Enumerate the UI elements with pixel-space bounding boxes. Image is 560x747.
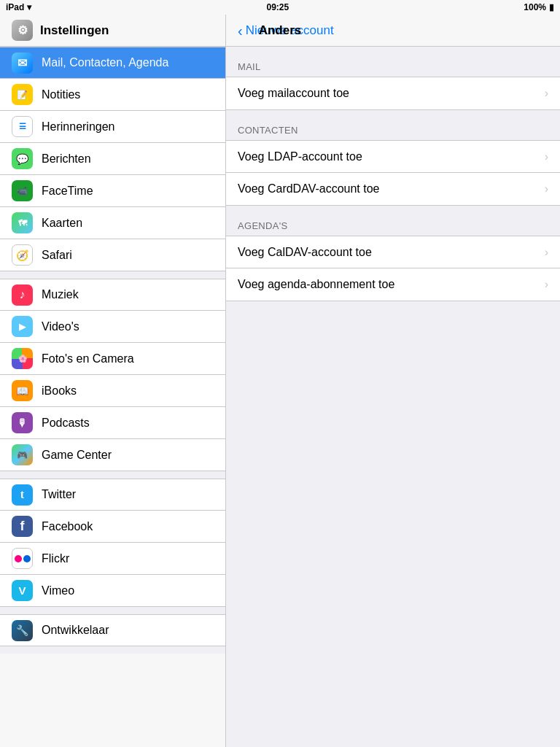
sidebar-item-label: Muziek	[42, 288, 214, 301]
agendas-section-label: AGENDA'S	[226, 220, 560, 236]
add-calendar-sub-label: Voeg agenda-abonnement toe	[238, 278, 545, 291]
mail-section: MAIL Voeg mailaccount toe ›	[226, 61, 560, 110]
sidebar-item-photos[interactable]: 🌸 Foto's en Camera	[0, 343, 225, 375]
sidebar-gap-4	[0, 646, 225, 654]
contacten-section-label: CONTACTEN	[226, 125, 560, 140]
gamecenter-icon: 🎮	[12, 444, 33, 465]
sidebar-item-label: Mail, Contacten, Agenda	[42, 56, 214, 69]
sidebar-item-label: Kaarten	[42, 217, 214, 230]
sidebar-group-3: t Twitter f Facebook Flickr V Vimeo	[0, 479, 225, 607]
contacten-section: CONTACTEN Voeg LDAP-account toe › Voeg C…	[226, 125, 560, 206]
sidebar-item-label: Notities	[42, 88, 214, 101]
notes-icon: 📝	[12, 84, 33, 105]
sidebar-header: ⚙ Instellingen	[0, 15, 225, 47]
right-header: ‹ Nieuwe account Anders	[226, 15, 560, 47]
right-panel-title: Anders	[259, 23, 302, 38]
status-left: iPad ▾	[6, 2, 31, 12]
sidebar-item-label: Herinneringen	[42, 120, 214, 133]
add-ldap-item[interactable]: Voeg LDAP-account toe ›	[226, 141, 560, 173]
sidebar-item-notes[interactable]: 📝 Notities	[0, 79, 225, 111]
sidebar-item-developer[interactable]: 🔧 Ontwikkelaar	[0, 614, 225, 646]
sidebar-item-label: Game Center	[42, 449, 214, 462]
mail-icon: ✉	[12, 53, 33, 74]
sidebar-item-label: Ontwikkelaar	[42, 624, 214, 637]
status-right: 100% ▮	[524, 2, 554, 12]
sidebar-group-1: ✉ Mail, Contacten, Agenda 📝 Notities ☰ H…	[0, 47, 225, 271]
sidebar-item-flickr[interactable]: Flickr	[0, 543, 225, 575]
add-mail-label: Voeg mailaccount toe	[238, 87, 545, 100]
carddav-chevron-icon: ›	[545, 182, 548, 196]
mail-chevron-icon: ›	[545, 87, 548, 100]
vimeo-icon: V	[12, 580, 33, 601]
right-panel: ‹ Nieuwe account Anders MAIL Voeg mailac…	[226, 15, 560, 747]
sidebar-item-videos[interactable]: ▶ Video's	[0, 311, 225, 343]
battery-label: 100%	[524, 2, 546, 12]
sidebar-item-reminders[interactable]: ☰ Herinneringen	[0, 111, 225, 143]
battery-icon: ▮	[549, 2, 554, 12]
sidebar-gap-3	[0, 607, 225, 614]
ldap-chevron-icon: ›	[545, 150, 548, 163]
add-ldap-label: Voeg LDAP-account toe	[238, 150, 545, 163]
mail-section-label: MAIL	[226, 61, 560, 77]
sidebar-item-vimeo[interactable]: V Vimeo	[0, 575, 225, 607]
add-carddav-label: Voeg CardDAV-account toe	[238, 182, 545, 196]
music-icon: ♪	[12, 285, 33, 306]
podcasts-icon: 🎙	[12, 412, 33, 433]
maps-icon: 🗺	[12, 212, 33, 233]
contacten-list-group: Voeg LDAP-account toe › Voeg CardDAV-acc…	[226, 140, 560, 206]
sidebar-item-label: Facebook	[42, 520, 214, 533]
sidebar-item-gamecenter[interactable]: 🎮 Game Center	[0, 439, 225, 471]
sidebar-item-label: Safari	[42, 249, 214, 262]
sidebar-item-mail[interactable]: ✉ Mail, Contacten, Agenda	[0, 47, 225, 79]
wifi-icon: ▾	[27, 2, 31, 12]
back-chevron-icon: ‹	[238, 23, 243, 38]
sidebar-item-label: Berichten	[42, 152, 214, 166]
agendas-section: AGENDA'S Voeg CalDAV-account toe › Voeg …	[226, 220, 560, 301]
add-caldav-item[interactable]: Voeg CalDAV-account toe ›	[226, 236, 560, 268]
facebook-icon: f	[12, 516, 33, 537]
sidebar-item-label: Foto's en Camera	[42, 352, 214, 365]
settings-app-icon: ⚙	[12, 20, 33, 41]
sidebar-item-label: Vimeo	[42, 584, 214, 597]
sidebar-item-twitter[interactable]: t Twitter	[0, 479, 225, 511]
sidebar-item-label: Podcasts	[42, 417, 214, 430]
sidebar-gap-1	[0, 271, 225, 279]
add-carddav-item[interactable]: Voeg CardDAV-account toe ›	[226, 173, 560, 205]
agendas-list-group: Voeg CalDAV-account toe › Voeg agenda-ab…	[226, 236, 560, 301]
safari-icon: 🧭	[12, 244, 33, 266]
flickr-icon	[12, 548, 33, 569]
sidebar-item-label: Twitter	[42, 488, 214, 501]
sidebar-item-messages[interactable]: 💬 Berichten	[0, 143, 225, 175]
sidebar-item-maps[interactable]: 🗺 Kaarten	[0, 207, 225, 239]
sidebar-item-label: iBooks	[42, 384, 214, 398]
sidebar-item-ibooks[interactable]: 📖 iBooks	[0, 375, 225, 407]
sidebar: ⚙ Instellingen ✉ Mail, Contacten, Agenda…	[0, 15, 226, 747]
photos-icon: 🌸	[12, 348, 33, 369]
sidebar-group-4: 🔧 Ontwikkelaar	[0, 614, 225, 646]
messages-icon: 💬	[12, 148, 33, 169]
sidebar-item-label: FaceTime	[42, 185, 214, 198]
sidebar-item-safari[interactable]: 🧭 Safari	[0, 239, 225, 271]
facetime-icon: 📹	[12, 180, 33, 201]
twitter-icon: t	[12, 484, 33, 506]
ibooks-icon: 📖	[12, 380, 33, 401]
status-bar: iPad ▾ 09:25 100% ▮	[0, 0, 560, 15]
sidebar-group-2: ♪ Muziek ▶ Video's 🌸 Foto's en Camera 📖 …	[0, 279, 225, 471]
sidebar-item-facebook[interactable]: f Facebook	[0, 511, 225, 543]
add-calendar-sub-item[interactable]: Voeg agenda-abonnement toe ›	[226, 268, 560, 301]
carrier-label: iPad	[6, 2, 24, 12]
add-caldav-label: Voeg CalDAV-account toe	[238, 246, 545, 259]
sidebar-item-label: Flickr	[42, 552, 214, 565]
sidebar-gap-2	[0, 471, 225, 479]
videos-icon: ▶	[12, 316, 33, 337]
sidebar-item-music[interactable]: ♪ Muziek	[0, 279, 225, 311]
right-content: MAIL Voeg mailaccount toe › CONTACTEN Vo…	[226, 47, 560, 330]
sidebar-title: Instellingen	[40, 23, 109, 38]
caldav-chevron-icon: ›	[545, 246, 548, 259]
add-mail-item[interactable]: Voeg mailaccount toe ›	[226, 77, 560, 109]
sidebar-item-podcasts[interactable]: 🎙 Podcasts	[0, 407, 225, 439]
sidebar-item-facetime[interactable]: 📹 FaceTime	[0, 175, 225, 207]
calendar-sub-chevron-icon: ›	[545, 278, 548, 291]
reminders-icon: ☰	[12, 116, 33, 137]
developer-icon: 🔧	[12, 620, 33, 641]
